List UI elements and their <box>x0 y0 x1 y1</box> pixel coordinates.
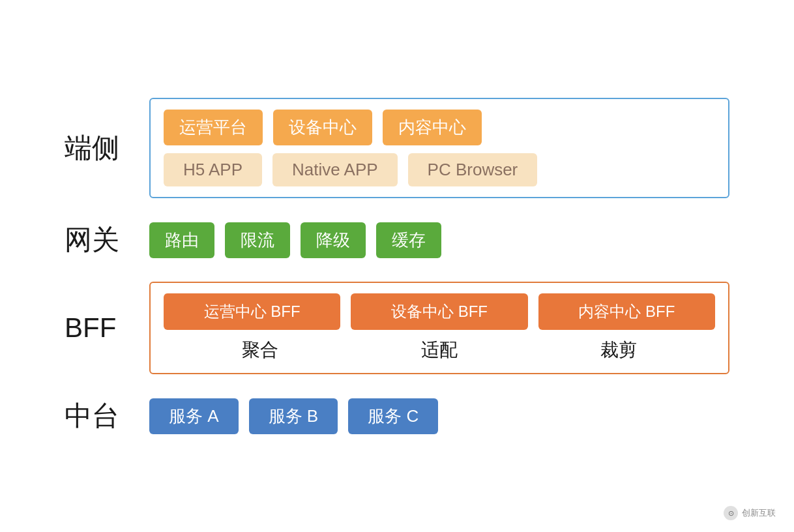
zhongtai-label: 中台 <box>65 398 130 434</box>
zhongtai-chips: 服务 A 服务 B 服务 C <box>149 398 438 434</box>
shebeizhongxinbff-chip: 设备中心 BFF <box>351 293 527 330</box>
bff-box: 运营中心 BFF 设备中心 BFF 内容中心 BFF 聚合 适配 裁剪 <box>149 282 729 374</box>
shebeizhongxin-chip: 设备中心 <box>273 110 372 145</box>
huancun-chip: 缓存 <box>376 222 441 258</box>
bff-label: BFF <box>65 312 130 344</box>
neirongzhongxin-chip: 内容中心 <box>383 110 482 145</box>
juhe-label: 聚合 <box>170 338 349 362</box>
yunyingzhongxinbff-chip: 运营中心 BFF <box>164 293 340 330</box>
duance-row: 端侧 运营平台 设备中心 内容中心 H5 APP Native APP PC B… <box>65 98 729 198</box>
neirongzhongxinbff-chip: 内容中心 BFF <box>538 293 715 330</box>
caijian-label: 裁剪 <box>529 338 709 362</box>
shipei-label: 适配 <box>349 338 529 362</box>
duance-row1: 运营平台 设备中心 内容中心 <box>164 110 715 145</box>
jiangjie-chip: 降级 <box>301 222 366 258</box>
watermark: ⊙ 创新互联 <box>724 506 776 520</box>
duance-label: 端侧 <box>65 130 130 166</box>
duance-box: 运营平台 设备中心 内容中心 H5 APP Native APP PC Brow… <box>149 98 729 198</box>
fuwuA-chip: 服务 A <box>149 398 239 434</box>
h5app-chip: H5 APP <box>164 153 262 186</box>
wanguan-row: 网关 路由 限流 降级 缓存 <box>65 222 729 258</box>
zhongtai-row: 中台 服务 A 服务 B 服务 C <box>65 398 729 434</box>
watermark-text: 创新互联 <box>742 507 776 519</box>
duance-row2: H5 APP Native APP PC Browser <box>164 153 715 186</box>
wanguan-chips: 路由 限流 降级 缓存 <box>149 222 441 258</box>
nativeapp-chip: Native APP <box>272 153 398 186</box>
fuwuB-chip: 服务 B <box>249 398 338 434</box>
bff-chips-row: 运营中心 BFF 设备中心 BFF 内容中心 BFF <box>164 293 715 330</box>
luyou-chip: 路由 <box>149 222 214 258</box>
yunyingpintai-chip: 运营平台 <box>164 110 263 145</box>
wanguan-label: 网关 <box>65 222 130 258</box>
pcbrowser-chip: PC Browser <box>408 153 538 186</box>
bff-text-labels: 聚合 适配 裁剪 <box>164 338 715 362</box>
xianliu-chip: 限流 <box>225 222 290 258</box>
fuwuC-chip: 服务 C <box>348 398 438 434</box>
architecture-diagram: 端侧 运营平台 设备中心 内容中心 H5 APP Native APP PC B… <box>38 85 756 447</box>
bff-row: BFF 运营中心 BFF 设备中心 BFF 内容中心 BFF 聚合 适配 裁剪 <box>65 282 729 374</box>
watermark-icon: ⊙ <box>724 506 738 520</box>
